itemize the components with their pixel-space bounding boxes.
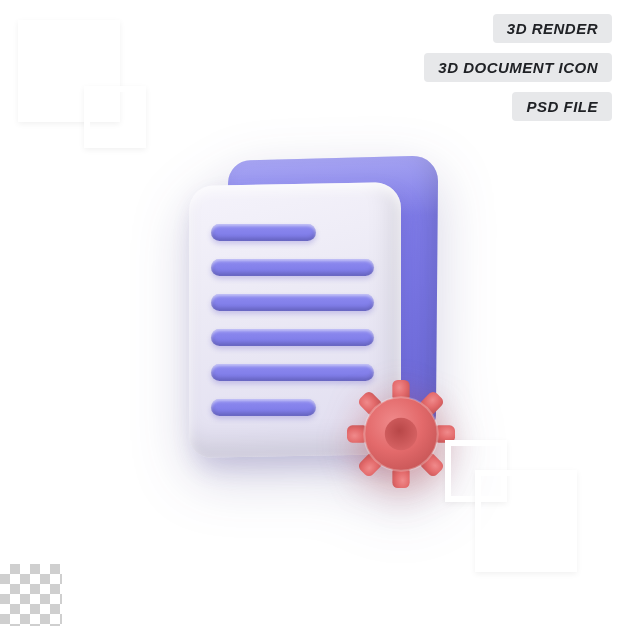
tag-list: 3D RENDER 3D DOCUMENT ICON PSD FILE [424, 14, 612, 121]
text-line-icon [211, 364, 374, 381]
frame-square-small [84, 86, 146, 148]
text-line-icon [211, 294, 374, 311]
text-line-icon [211, 399, 316, 416]
transparency-checker-icon [0, 564, 62, 626]
text-line-icon [211, 259, 374, 276]
tag-item: 3D DOCUMENT ICON [424, 53, 612, 82]
frame-square-large [475, 470, 577, 572]
tag-item: PSD FILE [512, 92, 612, 121]
document-settings-3d-icon [171, 158, 456, 468]
text-line-icon [211, 329, 374, 346]
gear-icon [347, 380, 455, 488]
tag-item: 3D RENDER [493, 14, 612, 43]
text-line-icon [211, 224, 316, 241]
svg-point-2 [385, 418, 417, 450]
